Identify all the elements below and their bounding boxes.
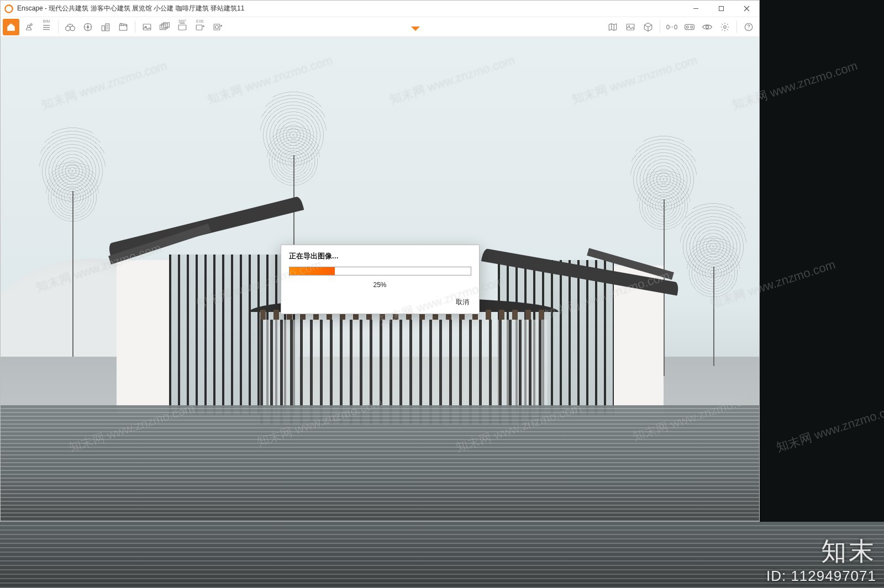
compare-icon[interactable] bbox=[664, 19, 680, 35]
toolbar-expand-notch-icon[interactable] bbox=[411, 27, 420, 31]
svg-point-29 bbox=[215, 25, 219, 29]
home-icon[interactable] bbox=[3, 19, 19, 35]
progress-bar-fill bbox=[290, 267, 335, 275]
svg-rect-28 bbox=[214, 24, 220, 30]
export-progress-dialog: 正在导出图像… 25% 取消 bbox=[281, 245, 480, 314]
eye-icon[interactable] bbox=[699, 19, 715, 35]
exe-export-icon[interactable]: EXE bbox=[192, 19, 208, 35]
cube-icon[interactable] bbox=[640, 19, 656, 35]
toolbar: BIM 360° EXE bbox=[1, 17, 759, 37]
minimize-button[interactable] bbox=[683, 1, 708, 17]
render-viewport[interactable]: 正在导出图像… 25% 取消 bbox=[1, 37, 759, 521]
svg-point-41 bbox=[748, 29, 749, 29]
scene-tree bbox=[72, 191, 73, 357]
toolbar-separator bbox=[58, 21, 59, 33]
buildings-icon[interactable] bbox=[97, 19, 114, 35]
svg-point-33 bbox=[629, 25, 630, 26]
svg-point-6 bbox=[30, 23, 32, 25]
svg-rect-26 bbox=[178, 25, 186, 30]
vr-headset-icon[interactable] bbox=[681, 19, 698, 35]
svg-rect-13 bbox=[102, 25, 104, 30]
titlebar: Enscape - 现代公共建筑 游客中心建筑 展览馆 小公建 咖啡厅建筑 驿站… bbox=[1, 1, 759, 17]
toolbar-separator bbox=[736, 21, 737, 33]
web-export-icon[interactable] bbox=[209, 19, 226, 35]
batch-render-icon[interactable] bbox=[156, 19, 173, 35]
bim-menu-icon[interactable]: BIM bbox=[38, 19, 55, 35]
binoculars-icon[interactable] bbox=[62, 19, 78, 35]
app-window: Enscape - 现代公共建筑 游客中心建筑 展览馆 小公建 咖啡厅建筑 驿站… bbox=[0, 0, 760, 522]
svg-point-37 bbox=[691, 26, 693, 28]
screenshot-icon[interactable] bbox=[139, 19, 155, 35]
scene-water bbox=[1, 405, 759, 521]
map-icon[interactable] bbox=[604, 19, 621, 35]
clapperboard-icon[interactable] bbox=[115, 19, 131, 35]
cancel-button[interactable]: 取消 bbox=[454, 296, 471, 308]
svg-point-36 bbox=[686, 26, 688, 28]
svg-point-5 bbox=[28, 25, 30, 28]
desktop-bottom-strip bbox=[0, 522, 884, 588]
gallery-icon[interactable] bbox=[622, 19, 639, 35]
window-title: Enscape - 现代公共建筑 游客中心建筑 展览馆 小公建 咖啡厅建筑 驿站… bbox=[17, 4, 683, 13]
close-button[interactable] bbox=[734, 1, 759, 17]
app-logo-icon bbox=[4, 4, 14, 14]
svg-line-19 bbox=[121, 24, 122, 26]
svg-line-20 bbox=[123, 24, 124, 26]
settings-gear-icon[interactable] bbox=[717, 19, 733, 35]
progress-percent-label: 25% bbox=[289, 281, 471, 289]
desktop-right-strip bbox=[760, 0, 884, 588]
svg-rect-24 bbox=[162, 23, 168, 28]
scene-tree bbox=[713, 267, 714, 366]
svg-point-11 bbox=[70, 26, 75, 30]
pano-360-icon[interactable]: 360° bbox=[174, 19, 191, 35]
svg-point-38 bbox=[706, 25, 709, 28]
svg-point-10 bbox=[66, 26, 70, 30]
progress-bar bbox=[289, 267, 471, 276]
link-icon[interactable] bbox=[20, 19, 37, 35]
svg-point-39 bbox=[724, 25, 727, 28]
maximize-button[interactable] bbox=[708, 1, 734, 17]
compass-icon[interactable] bbox=[80, 19, 96, 35]
toolbar-separator bbox=[135, 21, 135, 33]
help-icon[interactable] bbox=[740, 19, 757, 35]
window-controls bbox=[683, 1, 759, 17]
toolbar-separator bbox=[660, 21, 660, 33]
dialog-title: 正在导出图像… bbox=[289, 252, 471, 261]
svg-rect-2 bbox=[719, 7, 723, 11]
svg-rect-27 bbox=[196, 25, 202, 30]
